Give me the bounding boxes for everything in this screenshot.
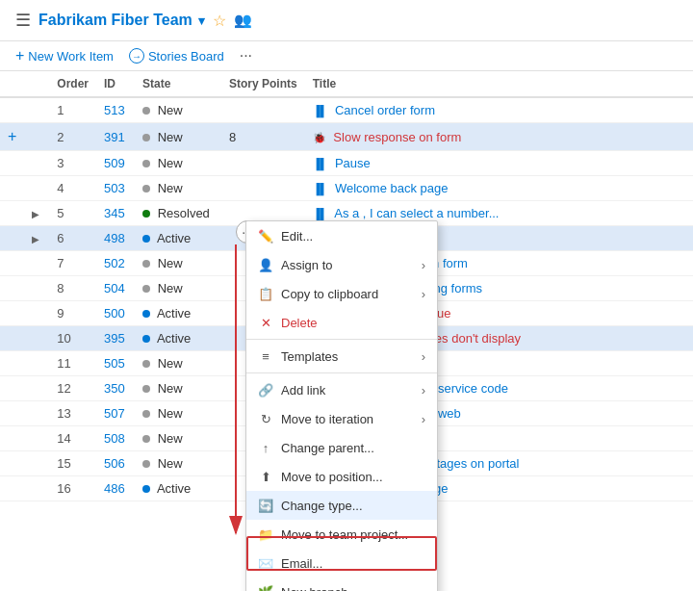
email-icon: ✉️: [258, 556, 273, 571]
row-expand-cell[interactable]: [24, 123, 49, 151]
menu-separator: [246, 372, 437, 373]
row-add-cell[interactable]: [0, 376, 24, 401]
row-add-cell[interactable]: [0, 276, 24, 301]
row-state: Resolved: [135, 201, 221, 226]
menu-item-new-branch-[interactable]: 🌿 New branch...: [246, 578, 437, 591]
row-expand-cell[interactable]: [24, 176, 49, 201]
row-expand-cell[interactable]: [24, 251, 49, 276]
menu-item-change-type-[interactable]: 🔄 Change type...: [246, 491, 437, 520]
row-add-cell[interactable]: [0, 451, 24, 476]
team-name[interactable]: Fabrikam Fiber Team ▾: [38, 12, 205, 29]
title-link-text[interactable]: Slow response on form: [333, 130, 461, 144]
dropdown-arrow[interactable]: ▾: [198, 13, 205, 28]
more-options-button[interactable]: ···: [240, 47, 252, 64]
menu-item-move-to-iteration[interactable]: ↻ Move to iteration ›: [246, 404, 437, 433]
row-add-cell[interactable]: [0, 151, 24, 176]
title-type-icon: ▐▌: [313, 158, 328, 169]
state-text: Active: [157, 481, 191, 496]
menu-item-copy-to-clipboard[interactable]: 📋 Copy to clipboard ›: [246, 279, 437, 308]
row-id[interactable]: 506: [96, 451, 135, 476]
row-expand-cell[interactable]: [24, 97, 49, 123]
row-expand-cell[interactable]: [24, 401, 49, 426]
title-link-text[interactable]: As a , I can select a number...: [334, 206, 499, 220]
row-add-cell[interactable]: [0, 351, 24, 376]
row-id[interactable]: 350: [96, 376, 135, 401]
row-add-cell[interactable]: [0, 426, 24, 451]
row-state: New: [135, 97, 221, 123]
row-expand-cell[interactable]: ▶: [24, 226, 49, 251]
state-dot: [142, 260, 150, 268]
row-expand-cell[interactable]: [24, 376, 49, 401]
row-id[interactable]: 498: [96, 226, 135, 251]
row-expand-cell[interactable]: [24, 151, 49, 176]
new-work-item-button[interactable]: + New Work Item: [15, 47, 114, 64]
row-expand-cell[interactable]: [24, 351, 49, 376]
row-id[interactable]: 503: [96, 176, 135, 201]
row-add-cell[interactable]: [0, 301, 24, 326]
row-expand-cell[interactable]: [24, 476, 49, 501]
move-iteration-icon: ↻: [261, 412, 271, 426]
row-add-cell[interactable]: +: [0, 123, 24, 151]
state-dot: [142, 160, 150, 167]
menu-item-add-link[interactable]: 🔗 Add link ›: [246, 375, 437, 404]
star-icon[interactable]: ☆: [213, 12, 226, 30]
row-add-cell[interactable]: [0, 476, 24, 501]
menu-item-templates[interactable]: ≡ Templates ›: [246, 342, 437, 371]
row-id[interactable]: 513: [96, 97, 135, 123]
row-expand-cell[interactable]: [24, 426, 49, 451]
col-title-header: Title: [305, 71, 693, 97]
row-title[interactable]: 🐞 Slow response on form: [305, 123, 693, 151]
state-dot: [142, 185, 150, 192]
row-id[interactable]: 502: [96, 251, 135, 276]
row-id[interactable]: 505: [96, 351, 135, 376]
row-id[interactable]: 504: [96, 276, 135, 301]
row-add-cell[interactable]: [0, 326, 24, 351]
row-add-cell[interactable]: [0, 401, 24, 426]
row-expand-cell[interactable]: [24, 451, 49, 476]
row-id[interactable]: 391: [96, 123, 135, 151]
state-text: New: [158, 356, 183, 371]
menu-item-change-parent-[interactable]: ↑ Change parent...: [246, 433, 437, 462]
menu-item-email-[interactable]: ✉️ Email...: [246, 549, 437, 578]
header: ☰ Fabrikam Fiber Team ▾ ☆ 👥: [0, 0, 693, 41]
state-text: Active: [157, 331, 191, 346]
row-add-cell[interactable]: [0, 97, 24, 123]
table-row: 4 503 New ▐▌ Welcome back page: [0, 176, 693, 201]
row-id[interactable]: 395: [96, 326, 135, 351]
state-dot: [142, 235, 150, 243]
stories-board-button[interactable]: → Stories Board: [129, 48, 224, 64]
row-id[interactable]: 486: [96, 476, 135, 501]
menu-item-edit-[interactable]: ✏️ Edit...: [246, 221, 437, 250]
row-id[interactable]: 507: [96, 401, 135, 426]
people-icon[interactable]: 👥: [234, 12, 252, 29]
hamburger-icon[interactable]: ☰: [15, 10, 31, 31]
row-expand-cell[interactable]: [24, 326, 49, 351]
row-title[interactable]: ▐▌ Welcome back page: [305, 176, 693, 201]
row-expand-cell[interactable]: ▶: [24, 201, 49, 226]
state-dot: [142, 385, 150, 393]
row-id[interactable]: 500: [96, 301, 135, 326]
title-link-text[interactable]: Pause: [335, 156, 371, 170]
row-add-cell[interactable]: [0, 201, 24, 226]
state-dot: [142, 107, 150, 115]
row-title[interactable]: ▐▌ Cancel order form: [305, 97, 693, 123]
row-id[interactable]: 345: [96, 201, 135, 226]
row-add-cell[interactable]: [0, 251, 24, 276]
row-state: New: [135, 151, 221, 176]
row-expand-cell[interactable]: [24, 301, 49, 326]
row-add-cell[interactable]: [0, 176, 24, 201]
row-expand-cell[interactable]: [24, 276, 49, 301]
menu-item-move-to-team-project-[interactable]: 📁 Move to team project...: [246, 520, 437, 549]
menu-item-label: Add link: [281, 383, 325, 398]
row-add-cell[interactable]: [0, 226, 24, 251]
row-id[interactable]: 508: [96, 426, 135, 451]
title-link-text[interactable]: Welcome back page: [335, 181, 449, 195]
title-link-text[interactable]: Cancel order form: [335, 103, 435, 117]
menu-item-delete[interactable]: ✕ Delete: [246, 308, 437, 337]
menu-item-assign-to[interactable]: 👤 Assign to ›: [246, 250, 437, 279]
menu-item-icon: ✕: [258, 315, 273, 330]
row-id[interactable]: 509: [96, 151, 135, 176]
menu-item-move-to-position-[interactable]: ⬆ Move to position...: [246, 462, 437, 491]
row-title[interactable]: ▐▌ Pause: [305, 151, 693, 176]
state-dot: [142, 310, 150, 318]
